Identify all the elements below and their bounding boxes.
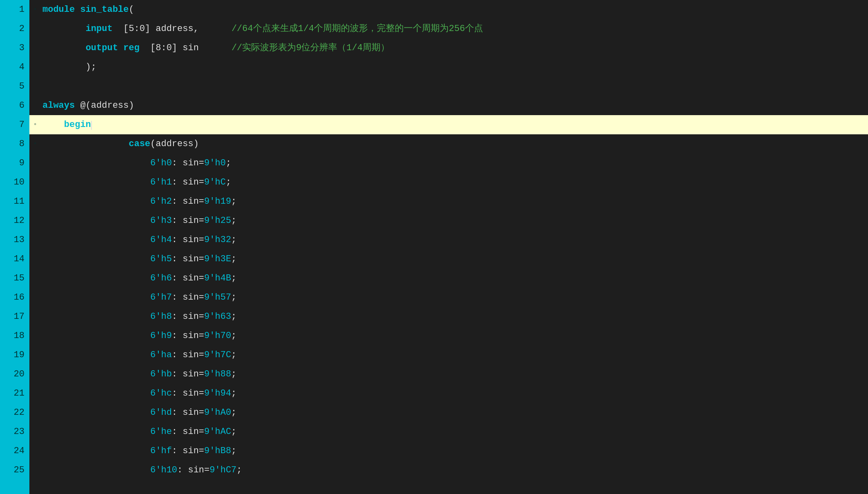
code-tokens-18: 6'h9: sin=9'h70;	[29, 326, 236, 345]
token-plain: ;	[226, 158, 231, 168]
token-plain: @(address)	[75, 100, 134, 111]
fold-indicator-7[interactable]: ◦	[29, 115, 41, 134]
code-tokens-19: 6'ha: sin=9'h7C;	[29, 345, 236, 365]
line-number-16: 16	[0, 288, 29, 307]
line-number-7: 7	[0, 115, 29, 134]
token-val: 9'hB8	[204, 446, 231, 456]
token-plain: );	[42, 62, 96, 72]
line-number-19: 19	[0, 345, 29, 365]
token-bits: [8:0]	[150, 43, 177, 53]
token-num: 6'hf	[150, 446, 172, 456]
code-line-1: ◦module sin_table(	[29, 0, 868, 19]
line-number-21: 21	[0, 384, 29, 403]
token-plain: ;	[231, 235, 236, 245]
token-plain	[42, 446, 150, 456]
token-plain	[42, 388, 150, 398]
token-plain	[118, 43, 123, 53]
token-num: 6'h5	[150, 254, 172, 264]
line-number-25: 25	[0, 461, 29, 480]
code-tokens-17: 6'h8: sin=9'h63;	[29, 307, 236, 326]
code-line-12: 6'h3: sin=9'h25;	[29, 211, 868, 230]
token-plain: ;	[231, 388, 236, 398]
token-plain: ;	[231, 407, 236, 418]
code-content-area[interactable]: ◦module sin_table( input [5:0] address,/…	[29, 0, 868, 494]
token-val: 9'h3E	[204, 254, 231, 264]
token-val: 9'h0	[204, 158, 226, 168]
line-number-14: 14	[0, 249, 29, 269]
code-editor[interactable]: 1234567891011121314151617181920212223242…	[0, 0, 868, 494]
token-plain: : sin=	[172, 427, 204, 437]
token-num: 6'h2	[150, 196, 172, 207]
line-number-20: 20	[0, 365, 29, 384]
fold-indicator-1[interactable]: ◦	[29, 0, 41, 19]
code-tokens-9: 6'h0: sin=9'h0;	[29, 154, 231, 173]
code-tokens-4: );	[29, 58, 96, 77]
code-tokens-23: 6'he: sin=9'hAC;	[29, 422, 236, 441]
code-line-15: 6'h6: sin=9'h4B;	[29, 269, 868, 288]
token-plain: ;	[226, 177, 231, 187]
line-number-4: 4	[0, 58, 29, 77]
line-number-gutter: 1234567891011121314151617181920212223242…	[0, 0, 29, 494]
token-val: 9'h63	[204, 312, 231, 322]
token-val: 9'hA0	[204, 407, 231, 418]
token-plain	[42, 331, 150, 341]
token-plain: (address)	[150, 139, 199, 149]
code-tokens-1: module sin_table(	[29, 0, 134, 19]
code-tokens-22: 6'hd: sin=9'hA0;	[29, 403, 236, 422]
code-tokens-16: 6'h7: sin=9'h57;	[29, 288, 236, 307]
token-val: 9'hC	[204, 177, 226, 187]
line-number-6: 6	[0, 96, 29, 115]
token-plain: : sin=	[172, 235, 204, 245]
code-line-9: 6'h0: sin=9'h0;	[29, 154, 868, 173]
token-plain	[42, 177, 150, 187]
code-line-18: 6'h9: sin=9'h70;	[29, 326, 868, 345]
token-plain	[42, 196, 150, 207]
token-plain: : sin=	[172, 369, 204, 379]
token-num: 6'hc	[150, 388, 172, 398]
code-line-22: 6'hd: sin=9'hA0;	[29, 403, 868, 422]
inline-comment-line-2: //64个点来生成1/4个周期的波形，完整的一个周期为256个点	[231, 24, 483, 34]
token-plain	[42, 254, 150, 264]
line-number-11: 11	[0, 192, 29, 211]
token-plain	[42, 235, 150, 245]
token-num: 6'h8	[150, 312, 172, 322]
token-plain: address,	[150, 24, 199, 34]
token-plain: : sin=	[172, 292, 204, 303]
token-plain: : sin=	[172, 177, 204, 187]
token-plain: ;	[231, 350, 236, 360]
token-val: 9'h25	[204, 216, 231, 226]
line-number-23: 23	[0, 422, 29, 441]
token-num: 6'h3	[150, 216, 172, 226]
code-line-11: 6'h2: sin=9'h19;	[29, 192, 868, 211]
token-plain: : sin=	[177, 465, 209, 475]
token-plain: ;	[231, 312, 236, 322]
token-plain	[42, 158, 150, 168]
code-line-13: 6'h4: sin=9'h32;	[29, 230, 868, 249]
token-plain: : sin=	[172, 331, 204, 341]
code-line-5	[29, 77, 868, 96]
code-tokens-11: 6'h2: sin=9'h19;	[29, 192, 236, 211]
line-number-3: 3	[0, 38, 29, 58]
token-num: 6'he	[150, 427, 172, 437]
token-num: 6'h4	[150, 235, 172, 245]
token-num: 6'h1	[150, 177, 172, 187]
token-plain: ;	[231, 292, 236, 303]
token-plain: : sin=	[172, 407, 204, 418]
token-val: 9'hAC	[204, 427, 231, 437]
code-tokens-14: 6'h5: sin=9'h3E;	[29, 249, 236, 269]
token-kw-output: output	[86, 43, 118, 53]
token-num: 6'h9	[150, 331, 172, 341]
code-line-7: ◦ begin	[29, 115, 868, 134]
token-val: 9'h88	[204, 369, 231, 379]
token-plain: ;	[231, 254, 236, 264]
token-plain: : sin=	[172, 196, 204, 207]
token-val: 9'h70	[204, 331, 231, 341]
token-plain	[42, 407, 150, 418]
code-tokens-13: 6'h4: sin=9'h32;	[29, 230, 236, 249]
code-tokens-8: case(address)	[29, 134, 199, 154]
fold-indicator-8[interactable]: ◦	[29, 134, 41, 154]
token-bits: [5:0]	[123, 24, 150, 34]
code-line-6: always @(address)	[29, 96, 868, 115]
token-val: 9'h4B	[204, 273, 231, 283]
token-kw-reg: reg	[123, 43, 140, 53]
